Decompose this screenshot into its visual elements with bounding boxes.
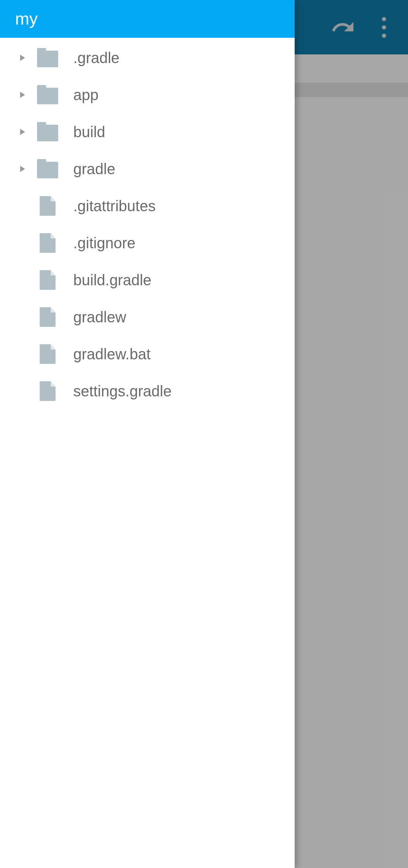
file-icon	[40, 270, 56, 290]
tree-item-label: .gitattributes	[63, 198, 156, 215]
redo-icon	[331, 15, 355, 40]
tree-folder-item[interactable]: .gradle	[0, 39, 295, 76]
redo-button[interactable]	[325, 9, 361, 45]
tree-file-item[interactable]: settings.gradle	[0, 373, 295, 410]
folder-icon	[37, 125, 58, 141]
file-icon	[40, 344, 56, 364]
tree-item-label: gradlew	[63, 309, 126, 326]
tree-folder-item[interactable]: build	[0, 113, 295, 150]
overflow-menu-button[interactable]	[366, 9, 402, 45]
folder-icon	[37, 162, 58, 178]
expand-chevron-icon[interactable]	[11, 164, 32, 174]
file-icon	[40, 196, 56, 216]
expand-chevron-icon[interactable]	[11, 90, 32, 100]
more-vert-icon	[382, 17, 386, 38]
folder-icon	[37, 88, 58, 104]
file-icon	[40, 381, 56, 401]
drawer-header: my	[0, 0, 295, 38]
file-drawer: my .gradleappbuildgradle.gitattributes.g…	[0, 0, 295, 868]
tree-item-label: .gradle	[63, 50, 119, 67]
file-icon	[40, 233, 56, 253]
expand-chevron-icon[interactable]	[11, 127, 32, 137]
folder-icon	[37, 51, 58, 67]
tree-item-label: app	[63, 87, 99, 104]
tree-item-label: gradlew.bat	[63, 346, 151, 363]
tree-item-label: build.gradle	[63, 272, 151, 289]
tree-file-item[interactable]: gradlew	[0, 299, 295, 336]
expand-chevron-icon[interactable]	[11, 53, 32, 63]
file-tree[interactable]: .gradleappbuildgradle.gitattributes.giti…	[0, 38, 295, 868]
tree-file-item[interactable]: .gitignore	[0, 224, 295, 261]
file-icon	[40, 307, 56, 327]
tree-file-item[interactable]: gradlew.bat	[0, 336, 295, 373]
tree-folder-item[interactable]: app	[0, 76, 295, 113]
drawer-title: my	[15, 9, 38, 29]
tree-item-label: build	[63, 124, 105, 141]
tree-folder-item[interactable]: gradle	[0, 150, 295, 187]
tree-item-label: gradle	[63, 161, 115, 178]
tree-item-label: settings.gradle	[63, 383, 172, 400]
tree-file-item[interactable]: .gitattributes	[0, 187, 295, 224]
tree-file-item[interactable]: build.gradle	[0, 261, 295, 299]
tree-item-label: .gitignore	[63, 235, 136, 252]
